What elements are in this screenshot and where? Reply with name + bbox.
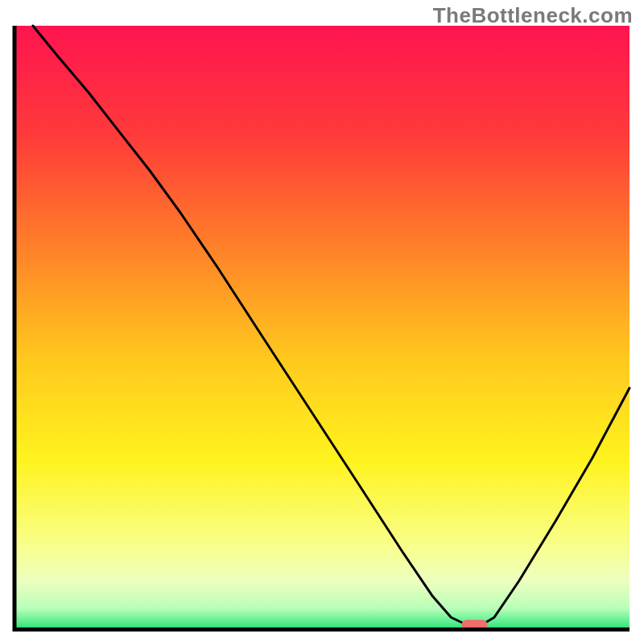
watermark-text: TheBottleneck.com — [433, 3, 633, 28]
bottleneck-chart — [0, 0, 644, 644]
